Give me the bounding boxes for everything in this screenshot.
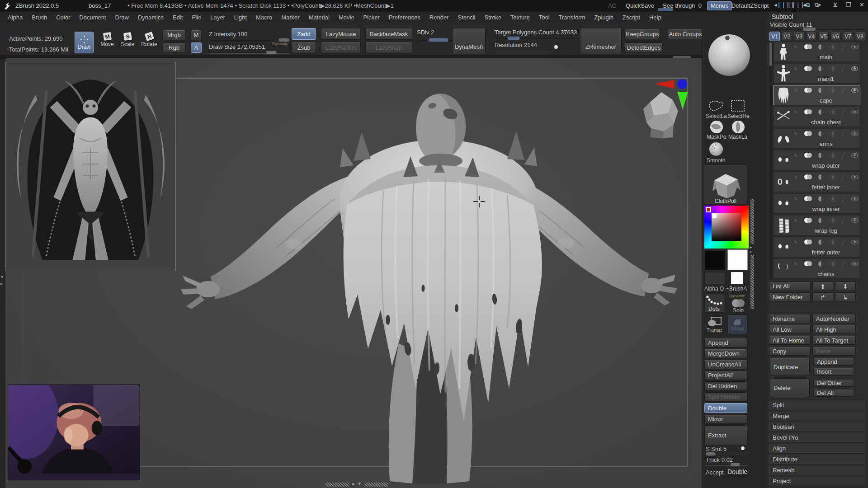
scale-button[interactable]: S Scale (119, 33, 136, 47)
menu-alpha[interactable]: Alpha (4, 13, 27, 22)
del-all-button[interactable]: Del All (813, 389, 854, 397)
uv-toggle-icon[interactable] (830, 66, 835, 71)
paint-toggle-icon[interactable] (804, 174, 812, 181)
version-tab-v2[interactable]: V2 (782, 32, 792, 41)
menu-transform[interactable]: Transform (555, 13, 590, 22)
menu-draw[interactable]: Draw (111, 13, 133, 22)
section-split[interactable]: Split (769, 401, 865, 410)
visibility-eye-icon[interactable] (851, 153, 858, 158)
copy-button[interactable]: Copy (769, 347, 811, 356)
minimize-button[interactable]: ⊻ (833, 1, 838, 8)
m-button[interactable]: M (191, 30, 202, 40)
paint-toggle-icon[interactable] (804, 152, 812, 159)
brush-toggle-icon[interactable]: ╱ (842, 109, 845, 115)
shade-toggle-icon[interactable] (818, 153, 824, 158)
extract-button[interactable]: Extract (704, 425, 747, 445)
solo-button[interactable]: Solo (729, 298, 747, 313)
delete-button[interactable]: Delete (770, 378, 810, 397)
menu-document[interactable]: Document (75, 13, 110, 22)
paste-button[interactable]: Paste (812, 347, 856, 356)
menu-help[interactable]: Help (645, 13, 665, 22)
paint-toggle-icon[interactable] (804, 66, 812, 72)
paint-toggle-icon[interactable] (804, 239, 812, 246)
dynamesh-button[interactable]: DynaMesh (452, 28, 486, 54)
visibility-eye-icon[interactable] (851, 240, 858, 244)
visibility-eye-icon[interactable] (851, 218, 858, 223)
all-to-home-button[interactable]: All To Home (769, 336, 811, 345)
polypaint-pen-icon[interactable]: ✎ (794, 66, 798, 72)
uncreaseall-button[interactable]: UnCreaseAll (704, 360, 747, 369)
menu-preferences[interactable]: Preferences (385, 13, 425, 22)
scroll-down-arrow-icon[interactable]: ▼ (357, 481, 362, 486)
menu-movie[interactable]: Movie (335, 13, 359, 22)
shelf-scroll-arrow1-icon[interactable]: ▸ (750, 245, 752, 249)
stroke-type-thumbnail[interactable]: Dots (704, 294, 725, 313)
zremesher-button[interactable]: ZRemesher (580, 28, 622, 54)
duplicate-button[interactable]: Duplicate (770, 358, 810, 376)
version-tab-v5[interactable]: V5 (818, 32, 829, 41)
menu-zscript[interactable]: Zscript (618, 13, 644, 22)
accept-button[interactable]: Accept (706, 469, 724, 476)
mrgb-button[interactable]: Mrgb (162, 30, 186, 40)
menu-material[interactable]: Material (305, 13, 334, 22)
rename-button[interactable]: Rename (769, 314, 811, 323)
new-folder-button[interactable]: New Folder (769, 292, 811, 302)
transp-button[interactable]: Transp (706, 315, 726, 335)
uv-toggle-icon[interactable] (830, 261, 835, 267)
menu-dynamics[interactable]: Dynamics (134, 13, 168, 22)
menu-picker[interactable]: Picker (359, 13, 384, 22)
section-merge[interactable]: Merge (769, 412, 865, 421)
brush-alpha-thumbnail[interactable] (731, 272, 743, 284)
all-high-button[interactable]: All High (812, 325, 856, 334)
draw-button[interactable]: Draw (75, 32, 94, 53)
section-project[interactable]: Project (769, 477, 865, 486)
uv-toggle-icon[interactable] (830, 88, 835, 93)
brush-toggle-icon[interactable]: ╱ (842, 174, 845, 180)
brush-toggle-icon[interactable]: ╱ (842, 152, 845, 159)
visibility-eye-icon[interactable] (851, 175, 858, 179)
shade-toggle-icon[interactable] (818, 88, 824, 93)
list-all-button[interactable]: List All (769, 282, 811, 291)
visibility-eye-icon[interactable] (851, 262, 858, 266)
move-down-button[interactable]: ⬇ (835, 282, 856, 291)
polypaint-pen-icon[interactable]: ✎ (794, 44, 798, 50)
visibility-eye-icon[interactable] (851, 131, 858, 136)
bottom-scrollbar-left[interactable] (326, 483, 349, 487)
polypaint-pen-icon[interactable]: ✎ (794, 174, 798, 180)
section-remesh[interactable]: Remesh (769, 466, 865, 475)
menu-brush[interactable]: Brush (28, 13, 51, 22)
paint-toggle-icon[interactable] (804, 109, 812, 116)
detectedges-button[interactable]: DetectEdges (625, 42, 663, 53)
shade-toggle-icon[interactable] (818, 261, 824, 267)
move-up-button[interactable]: ⬆ (812, 282, 833, 291)
quicksave-button[interactable]: QuickSave (626, 2, 654, 9)
append-button[interactable]: Append (813, 358, 854, 366)
menu-light[interactable]: Light (230, 13, 251, 22)
uv-toggle-icon[interactable] (830, 109, 835, 115)
polypaint-pen-icon[interactable]: ✎ (794, 218, 798, 224)
menu-marker[interactable]: Marker (277, 13, 303, 22)
subtool-list-scrollbar[interactable] (769, 42, 773, 280)
current-material-sphere[interactable] (706, 33, 753, 78)
section-boolean[interactable]: Boolean (769, 422, 865, 432)
polypaint-pen-icon[interactable]: ✎ (794, 88, 798, 94)
all-to-target-button[interactable]: All To Target (812, 336, 856, 345)
brush-toggle-icon[interactable]: ╱ (842, 44, 845, 50)
keepgroups-button[interactable]: KeepGroups (625, 29, 660, 39)
zsub-button[interactable]: Zsub (292, 42, 316, 53)
menu-zplugin[interactable]: Zplugin (590, 13, 618, 22)
subtool-item-chains[interactable]: ✎ ╱ chains (774, 258, 860, 279)
polypaint-pen-icon[interactable]: ✎ (794, 196, 798, 202)
shade-toggle-icon[interactable] (818, 239, 824, 245)
restore-button[interactable]: ❐ (846, 1, 851, 8)
menu-render[interactable]: Render (425, 13, 453, 22)
move-out-folder-button[interactable]: ↱ (812, 292, 833, 302)
subtool-item-wrap-inner[interactable]: ✎ ╱ wrap inner (774, 193, 860, 214)
rotate-button[interactable]: R Rotate (140, 33, 158, 47)
rgb-button[interactable]: Rgb (162, 42, 186, 53)
subtool-item-wrap-outer[interactable]: ✎ ╱ wrap outer (774, 150, 860, 170)
shade-toggle-icon[interactable] (818, 196, 824, 202)
select-rect-icon[interactable] (729, 99, 746, 113)
menu-tool[interactable]: Tool (535, 13, 554, 22)
menu-macro[interactable]: Macro (252, 13, 276, 22)
